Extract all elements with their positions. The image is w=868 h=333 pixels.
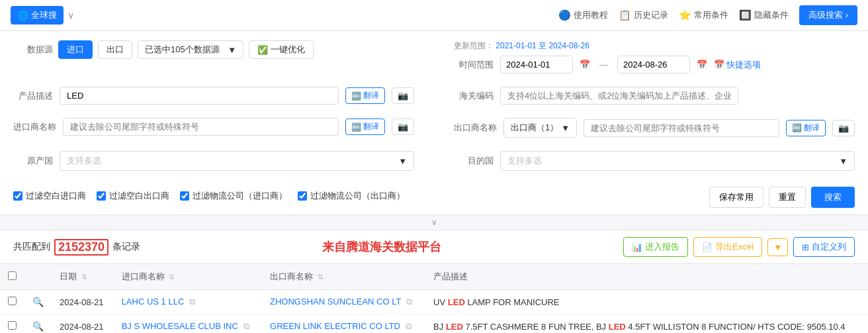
top-left: 🌐 全球搜 ∨ xyxy=(11,6,74,24)
use-tutorial-link[interactable]: 🔵 使用教程 xyxy=(558,9,608,21)
search-row-icon-1[interactable]: 🔍 xyxy=(32,321,44,332)
time-start-input[interactable] xyxy=(500,56,573,73)
table-row: 🔍 2024-08-21 LAHC US 1 LLC ⧉ ZHONGSHAN S… xyxy=(0,290,868,314)
time-range-label: 时间范围 xyxy=(454,59,494,71)
row-date-0: 2024-08-21 xyxy=(52,290,114,314)
tutorial-icon: 🔵 xyxy=(558,9,571,21)
time-range-row: 时间范围 📅 — 📅 📅 快捷选项 xyxy=(454,56,855,73)
match-count: 共匹配到 2152370 条记录 xyxy=(13,239,140,256)
copy-importer-icon-0[interactable]: ⧉ xyxy=(189,297,195,307)
exporter-translate-btn[interactable]: 🔤 翻译 xyxy=(786,120,826,136)
importer-link-1[interactable]: BJ S WHOLESALE CLUB INC xyxy=(122,321,238,331)
platform-name: 来自腾道海关数据平台 xyxy=(140,239,623,255)
common-conditions-label: 常用条件 xyxy=(694,9,728,21)
datasource-label: 数据源 xyxy=(13,44,53,56)
filter-logistics-export-checkbox[interactable]: 过滤物流公司（出口商） xyxy=(298,190,405,202)
exporter-camera-btn[interactable]: 📷 xyxy=(832,120,855,136)
time-end-input[interactable] xyxy=(617,56,690,73)
filter-logistics-import-check[interactable] xyxy=(180,191,189,201)
dest-placeholder: 支持多选 xyxy=(507,155,542,167)
global-search-button[interactable]: 🌐 全球搜 xyxy=(11,6,64,24)
save-common-button[interactable]: 保存常用 xyxy=(709,187,763,208)
filter-exporter-checkbox[interactable]: 过滤空白出口商 xyxy=(97,190,169,202)
search-row-icon-0[interactable]: 🔍 xyxy=(32,297,44,307)
selected-sources-text: 已选中105个数据源 xyxy=(145,44,220,56)
row-product-1: BJ LED 7.5FT CASHMERE 8 FUN TREE, BJ LED… xyxy=(425,314,868,334)
filter-logistics-export-check[interactable] xyxy=(298,191,307,201)
row-checkbox-1[interactable] xyxy=(8,321,17,330)
collapse-row[interactable]: ∨ xyxy=(0,215,868,230)
hscode-input[interactable] xyxy=(500,87,738,105)
header-action-col xyxy=(24,264,52,290)
importer-link-0[interactable]: LAHC US 1 LLC xyxy=(122,297,185,307)
date-sort-icon[interactable]: ⇅ xyxy=(81,273,87,281)
exporter-link-1[interactable]: GREEN LINK ELECTRIC CO LTD xyxy=(270,321,400,331)
copy-exporter-icon-0[interactable]: ⧉ xyxy=(406,297,412,307)
importer-sort-icon[interactable]: ⇅ xyxy=(169,273,175,281)
select-sources-dropdown[interactable]: 已选中105个数据源 ▼ xyxy=(138,40,243,59)
origin-placeholder: 支持多选 xyxy=(67,155,101,167)
reset-button[interactable]: 重置 xyxy=(769,187,806,208)
use-tutorial-label: 使用教程 xyxy=(574,9,608,21)
exporter-link-0[interactable]: ZHONGSHAN SUNCLEAN CO LT xyxy=(270,297,401,307)
filter-exporter-check[interactable] xyxy=(97,191,106,201)
table-body: 🔍 2024-08-21 LAHC US 1 LLC ⧉ ZHONGSHAN S… xyxy=(0,290,868,334)
enter-report-button[interactable]: 📊 进入报告 xyxy=(623,237,688,257)
hscode-panel: 海关编码 xyxy=(454,87,855,111)
header-exporter: 出口商名称 ⇅ xyxy=(262,264,425,290)
calendar-start-icon: 📅 xyxy=(580,60,590,70)
dest-label: 目的国 xyxy=(454,155,494,167)
result-actions: 📊 进入报告 📄 导出Excel ▼ ⊞ 自定义列 xyxy=(623,237,855,257)
advanced-search-label: 高级搜索 › xyxy=(808,10,848,20)
exporter-input[interactable] xyxy=(584,119,779,137)
importer-label: 进口商名称 xyxy=(13,121,56,133)
camera-icon-button[interactable]: 📷 xyxy=(392,87,414,104)
importer-input[interactable] xyxy=(63,118,339,136)
results-table: 日期 ⇅ 进口商名称 ⇅ 出口商名称 ⇅ 产品描述 xyxy=(0,264,868,333)
hide-conditions-link[interactable]: 🔲 隐藏条件 xyxy=(739,9,789,21)
origin-select[interactable]: 支持多选 ▼ xyxy=(60,151,414,171)
filter-importer-check[interactable] xyxy=(13,191,22,201)
filter-importer-checkbox[interactable]: 过滤空白进口商 xyxy=(13,190,86,202)
history-records-link[interactable]: 📋 历史记录 xyxy=(619,9,668,21)
copy-exporter-icon-1[interactable]: ⧉ xyxy=(406,321,412,331)
search-button[interactable]: 搜索 xyxy=(811,187,855,208)
header-product: 产品描述 xyxy=(425,264,868,290)
importer-camera-btn[interactable]: 📷 xyxy=(392,119,414,135)
translate-icon3: 🔤 xyxy=(792,123,802,132)
dropdown-icon[interactable]: ∨ xyxy=(67,10,74,21)
table-row: 🔍 2024-08-21 BJ S WHOLESALE CLUB INC ⧉ G… xyxy=(0,314,868,334)
advanced-search-button[interactable]: 高级搜索 › xyxy=(799,5,857,25)
origin-row: 原产国 支持多选 ▼ xyxy=(13,151,414,171)
import-tab[interactable]: 进口 xyxy=(58,40,93,59)
common-conditions-link[interactable]: ⭐ 常用条件 xyxy=(679,9,728,21)
match-prefix: 共匹配到 xyxy=(13,241,50,253)
custom-columns-button[interactable]: ⊞ 自定义列 xyxy=(793,237,855,257)
exporter-type-select[interactable]: 出口商（1） ▼ xyxy=(503,118,577,138)
importer-panel: 进口商名称 🔤 翻译 📷 xyxy=(13,118,414,144)
product-desc-input[interactable] xyxy=(60,87,339,105)
row-checkbox-0[interactable] xyxy=(8,297,17,305)
action-buttons: 保存常用 重置 搜索 xyxy=(709,187,855,208)
quick-select-link[interactable]: 📅 快捷选项 xyxy=(714,59,761,71)
row-exporter-1: GREEN LINK ELECTRIC CO LTD ⧉ xyxy=(262,314,425,334)
right-panel: 更新范围： 2021-01-01 至 2024-08-26 时间范围 📅 — 📅… xyxy=(454,40,855,80)
optimize-button[interactable]: ✅ 一键优化 xyxy=(249,40,314,59)
product-desc-label: 产品描述 xyxy=(13,90,53,102)
history-icon: 📋 xyxy=(619,9,631,21)
translate-button[interactable]: 🔤 翻译 xyxy=(345,87,385,104)
export-tab[interactable]: 出口 xyxy=(98,40,132,59)
translate-icon2: 🔤 xyxy=(351,122,361,132)
importer-translate-btn[interactable]: 🔤 翻译 xyxy=(345,119,385,135)
match-count-number: 2152370 xyxy=(54,239,108,256)
dest-select[interactable]: 支持多选 ▼ xyxy=(500,151,855,171)
chevron-down-icon: ▼ xyxy=(561,123,570,133)
top-bar: 🌐 全球搜 ∨ 🔵 使用教程 📋 历史记录 ⭐ 常用条件 🔲 隐藏条件 高级搜索… xyxy=(0,0,868,31)
export-excel-dropdown[interactable]: ▼ xyxy=(767,238,788,256)
copy-importer-icon-1[interactable]: ⧉ xyxy=(243,321,249,331)
star-icon: ⭐ xyxy=(679,9,691,21)
select-all-checkbox[interactable] xyxy=(8,271,17,280)
exporter-sort-icon[interactable]: ⇅ xyxy=(318,273,324,281)
filter-logistics-import-checkbox[interactable]: 过滤物流公司（进口商） xyxy=(180,190,287,202)
export-excel-button[interactable]: 📄 导出Excel xyxy=(693,237,762,257)
